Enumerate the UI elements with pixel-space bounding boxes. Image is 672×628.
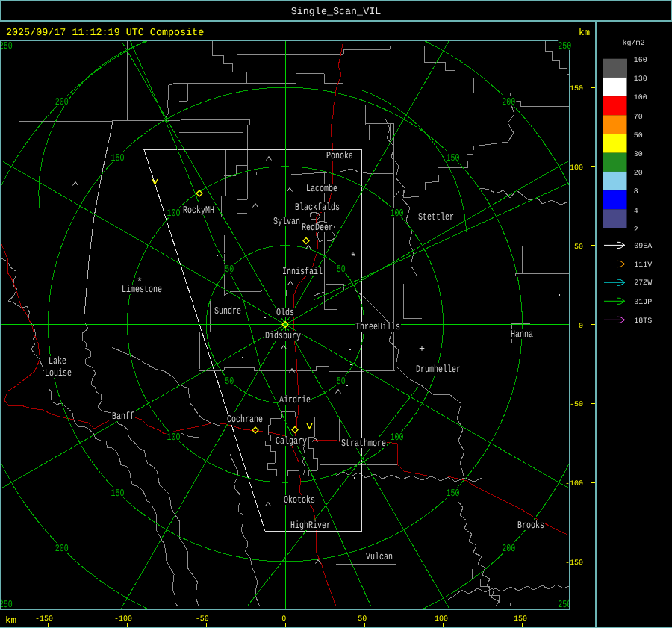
svg-text:Airdrie: Airdrie xyxy=(279,395,311,406)
svg-text:100: 100 xyxy=(634,94,647,102)
svg-text:8: 8 xyxy=(634,188,638,196)
svg-text:Stettler: Stettler xyxy=(418,212,454,223)
svg-text:-100: -100 xyxy=(565,480,583,488)
svg-text:250: 250 xyxy=(558,41,571,52)
svg-text:Lake: Lake xyxy=(49,356,66,367)
svg-text:50: 50 xyxy=(574,243,583,252)
svg-text:Lacombe: Lacombe xyxy=(306,184,337,195)
svg-text:Calgary: Calgary xyxy=(276,436,307,447)
svg-text:kg/m2: kg/m2 xyxy=(623,39,645,48)
svg-text:Cochrane: Cochrane xyxy=(227,414,263,426)
svg-text:50: 50 xyxy=(225,376,234,388)
svg-text:111V: 111V xyxy=(634,261,652,270)
svg-text:2025/09/17 11:12:19 UTC Compos: 2025/09/17 11:12:19 UTC Composite xyxy=(6,28,204,39)
svg-text:*: * xyxy=(350,252,356,264)
svg-text:150: 150 xyxy=(447,488,460,500)
svg-text:Limestone: Limestone xyxy=(122,285,162,296)
svg-text:Drumheller: Drumheller xyxy=(416,364,461,376)
svg-text:150: 150 xyxy=(111,153,125,164)
svg-text:31JP: 31JP xyxy=(634,299,652,307)
svg-text:Innisfail: Innisfail xyxy=(282,267,323,278)
svg-text:200: 200 xyxy=(502,544,515,555)
svg-text:2: 2 xyxy=(634,226,638,234)
svg-text:160: 160 xyxy=(634,57,647,65)
svg-text:HighRiver: HighRiver xyxy=(290,520,331,532)
svg-text:150: 150 xyxy=(570,85,583,93)
svg-text:250: 250 xyxy=(0,41,13,52)
svg-text:Strathmore: Strathmore xyxy=(341,438,386,450)
svg-text:-50: -50 xyxy=(570,401,583,409)
svg-text:-100: -100 xyxy=(114,615,132,624)
svg-text:100: 100 xyxy=(167,432,180,444)
svg-text:Okotoks: Okotoks xyxy=(284,495,315,506)
svg-text:Sundre: Sundre xyxy=(214,306,241,317)
svg-text:200: 200 xyxy=(55,544,69,555)
svg-text:Didsbury: Didsbury xyxy=(265,331,301,342)
svg-text:50: 50 xyxy=(634,132,643,140)
svg-text:km: km xyxy=(579,28,590,38)
svg-text:+: + xyxy=(419,344,425,355)
svg-text:150: 150 xyxy=(514,615,527,624)
svg-text:150: 150 xyxy=(447,153,460,164)
svg-text:0: 0 xyxy=(579,323,583,331)
svg-text:Brooks: Brooks xyxy=(517,520,544,532)
svg-text:130: 130 xyxy=(634,75,647,84)
svg-text:09EA: 09EA xyxy=(634,243,652,251)
svg-text:-150: -150 xyxy=(565,559,583,568)
svg-text:50: 50 xyxy=(358,615,367,624)
svg-text:27ZW: 27ZW xyxy=(634,279,652,287)
svg-text:RedDeer: RedDeer xyxy=(302,223,333,234)
svg-text:150: 150 xyxy=(111,488,125,500)
svg-text:30: 30 xyxy=(634,151,643,159)
svg-text:Olds: Olds xyxy=(276,308,294,319)
svg-text:Hanna: Hanna xyxy=(511,329,533,341)
svg-text:Vulcan: Vulcan xyxy=(366,552,393,563)
svg-text:Sylvan: Sylvan xyxy=(273,217,300,228)
svg-text:70: 70 xyxy=(634,114,643,122)
svg-text:100: 100 xyxy=(435,615,448,624)
svg-text:100: 100 xyxy=(570,164,583,172)
svg-text:Ponoka: Ponoka xyxy=(326,151,353,162)
svg-text:ThreeHills: ThreeHills xyxy=(355,322,400,333)
svg-text:200: 200 xyxy=(55,97,69,108)
svg-text:100: 100 xyxy=(391,432,404,444)
svg-text:18TS: 18TS xyxy=(634,317,652,326)
svg-text:RockyMH: RockyMH xyxy=(183,205,214,217)
svg-text:km: km xyxy=(5,615,16,626)
svg-text:20: 20 xyxy=(634,170,643,178)
svg-text:Banff: Banff xyxy=(112,411,134,423)
svg-text:Louise: Louise xyxy=(45,368,72,379)
svg-text:Blackfalds: Blackfalds xyxy=(295,202,340,214)
svg-text:-50: -50 xyxy=(196,615,209,624)
svg-text:50: 50 xyxy=(337,264,346,276)
svg-text:-150: -150 xyxy=(35,615,53,624)
svg-text:50: 50 xyxy=(225,264,234,276)
svg-text:200: 200 xyxy=(502,97,515,108)
svg-text:100: 100 xyxy=(391,208,404,220)
svg-text:4: 4 xyxy=(634,208,638,216)
svg-text:Single_Scan_VIL: Single_Scan_VIL xyxy=(291,7,382,18)
svg-text:100: 100 xyxy=(167,208,180,220)
svg-text:50: 50 xyxy=(337,376,346,388)
